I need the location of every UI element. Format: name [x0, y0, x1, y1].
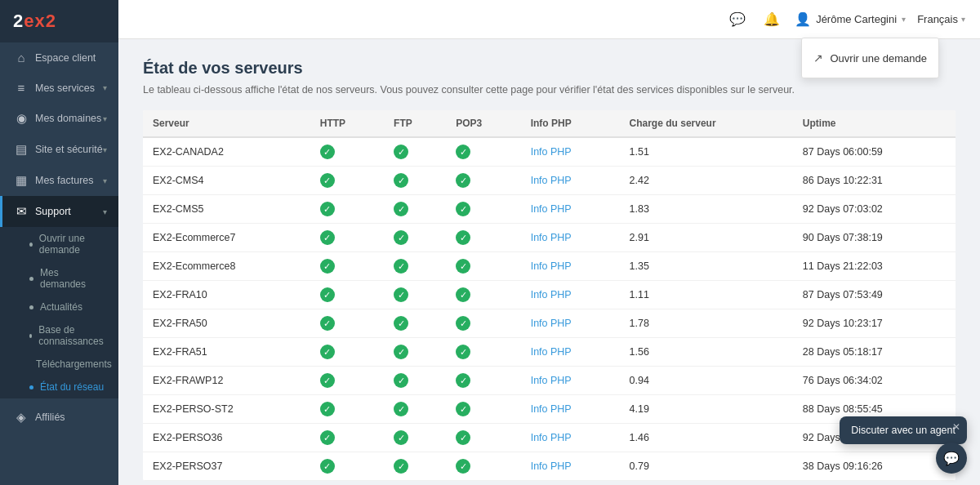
check-icon: ✓	[320, 459, 335, 474]
services-icon: ≡	[14, 81, 29, 95]
cell-infophp[interactable]: Info PHP	[521, 137, 620, 167]
chevron-support-icon: ▾	[103, 207, 107, 216]
check-icon: ✓	[320, 259, 335, 274]
cell-ftp: ✓	[384, 224, 446, 252]
cell-uptime: 92 Days 07:03:02	[793, 195, 956, 224]
info-php-link[interactable]: Info PHP	[531, 146, 572, 158]
subnav-ouvrir-demande[interactable]: Ouvrir une demande	[0, 227, 118, 261]
sidebar-label-espace-client: Espace client	[35, 52, 96, 64]
bell-icon[interactable]: 🔔	[760, 8, 783, 30]
chat-topbar-icon[interactable]: 💬	[726, 8, 749, 30]
chevron-services-icon: ▾	[103, 83, 107, 92]
cell-http: ✓	[310, 367, 384, 395]
info-php-link[interactable]: Info PHP	[531, 432, 572, 443]
info-php-link[interactable]: Info PHP	[531, 318, 572, 329]
check-icon: ✓	[320, 402, 335, 416]
cell-infophp[interactable]: Info PHP	[521, 195, 620, 224]
info-php-link[interactable]: Info PHP	[531, 203, 572, 215]
cell-infophp[interactable]: Info PHP	[521, 395, 620, 424]
sidebar-item-espace-client[interactable]: ⌂ Espace client	[0, 42, 118, 73]
language-label: Français	[917, 13, 958, 25]
check-icon: ✓	[394, 259, 408, 274]
subnav-label-etat: État du réseau	[40, 381, 104, 393]
col-infophp: Info PHP	[521, 110, 620, 137]
subnav-mes-demandes[interactable]: Mes demandes	[0, 261, 118, 296]
page-subtitle: Le tableau ci-dessous affiche l'état de …	[143, 84, 956, 96]
info-php-link[interactable]: Info PHP	[531, 175, 572, 186]
chat-bubble-button[interactable]: 💬	[936, 443, 967, 474]
table-header: Serveur HTTP FTP POP3 Info PHP Charge du…	[143, 110, 956, 137]
cell-charge: 0.94	[620, 367, 793, 395]
user-menu[interactable]: 👤 Jérôme Cartegini ▾	[795, 11, 906, 27]
cell-ftp: ✓	[384, 195, 446, 224]
chat-widget-close-icon[interactable]: ✕	[952, 421, 960, 433]
cell-http: ✓	[310, 137, 384, 167]
cell-charge: 1.46	[620, 424, 793, 452]
check-icon: ✓	[394, 145, 408, 159]
cell-server: EX2-CMS4	[143, 167, 310, 195]
external-link-icon: ↗	[813, 51, 823, 65]
cell-infophp[interactable]: Info PHP	[521, 424, 620, 452]
cell-infophp[interactable]: Info PHP	[521, 252, 620, 281]
subnav-etat-reseau[interactable]: État du réseau	[0, 376, 118, 398]
chevron-user-icon: ▾	[902, 15, 906, 24]
cell-ftp: ✓	[384, 281, 446, 309]
info-php-link[interactable]: Info PHP	[531, 375, 572, 386]
check-icon: ✓	[320, 202, 335, 216]
check-icon: ✓	[394, 173, 408, 188]
cell-infophp[interactable]: Info PHP	[521, 281, 620, 309]
sidebar-item-site-securite[interactable]: ▤ Site et sécurité ▾	[0, 134, 118, 165]
sidebar-item-mes-factures[interactable]: ▦ Mes factures ▾	[0, 165, 118, 196]
cell-infophp[interactable]: Info PHP	[521, 167, 620, 195]
info-php-link[interactable]: Info PHP	[531, 403, 572, 415]
invoices-icon: ▦	[14, 173, 29, 188]
cell-infophp[interactable]: Info PHP	[521, 452, 620, 481]
dropdown-ouvrir-demande[interactable]: ↗ Ouvrir une demande	[802, 45, 938, 71]
sidebar-item-mes-domaines[interactable]: ◉ Mes domaines ▾	[0, 103, 118, 134]
info-php-link[interactable]: Info PHP	[531, 461, 572, 472]
check-icon: ✓	[320, 230, 335, 245]
info-php-link[interactable]: Info PHP	[531, 346, 572, 358]
user-dropdown: ↗ Ouvrir une demande	[801, 38, 939, 78]
check-icon: ✓	[394, 230, 408, 245]
cell-charge: 1.78	[620, 309, 793, 338]
sidebar-label-mes-services: Mes services	[35, 82, 95, 94]
sidebar: 2ex2 ⌂ Espace client ≡ Mes services ▾ ◉ …	[0, 0, 118, 485]
cell-ftp: ✓	[384, 252, 446, 281]
cell-server: EX2-FRA50	[143, 309, 310, 338]
subnav-label-ouvrir: Ouvrir une demande	[39, 233, 107, 256]
info-php-link[interactable]: Info PHP	[531, 260, 572, 272]
sidebar-item-affilies[interactable]: ◈ Affiliés	[0, 402, 118, 433]
sidebar-label-site-securite: Site et sécurité	[35, 144, 103, 155]
sidebar-item-mes-services[interactable]: ≡ Mes services ▾	[0, 73, 118, 103]
cell-ftp: ✓	[384, 309, 446, 338]
support-icon: ✉	[14, 204, 29, 219]
cell-pop3: ✓	[446, 395, 520, 424]
info-php-link[interactable]: Info PHP	[531, 232, 572, 243]
cell-server: EX2-PERSO37	[143, 452, 310, 481]
info-php-link[interactable]: Info PHP	[531, 289, 572, 300]
cell-pop3: ✓	[446, 224, 520, 252]
cell-infophp[interactable]: Info PHP	[521, 338, 620, 367]
subnav-actualites[interactable]: Actualités	[0, 296, 118, 318]
col-charge: Charge du serveur	[620, 110, 793, 137]
cell-http: ✓	[310, 424, 384, 452]
cell-infophp[interactable]: Info PHP	[521, 224, 620, 252]
cell-infophp[interactable]: Info PHP	[521, 367, 620, 395]
cell-pop3: ✓	[446, 424, 520, 452]
check-icon: ✓	[456, 373, 470, 388]
check-icon: ✓	[456, 287, 470, 302]
cell-infophp[interactable]: Info PHP	[521, 309, 620, 338]
check-icon: ✓	[394, 402, 408, 416]
cell-http: ✓	[310, 309, 384, 338]
table-row: EX2-FRA10 ✓ ✓ ✓ Info PHP 1.11 87 Days 07…	[143, 281, 956, 309]
language-selector[interactable]: Français ▾	[917, 13, 965, 25]
table-row: EX2-CMS5 ✓ ✓ ✓ Info PHP 1.83 92 Days 07:…	[143, 195, 956, 224]
check-icon: ✓	[320, 430, 335, 445]
sidebar-item-support[interactable]: ✉ Support ▾	[0, 196, 118, 227]
check-icon: ✓	[394, 345, 408, 359]
cell-charge: 1.11	[620, 281, 793, 309]
subnav-base-connaissances[interactable]: Base de connaissances	[0, 318, 118, 353]
home-icon: ⌂	[14, 51, 29, 65]
subnav-telechargements[interactable]: Téléchargements	[0, 353, 118, 376]
